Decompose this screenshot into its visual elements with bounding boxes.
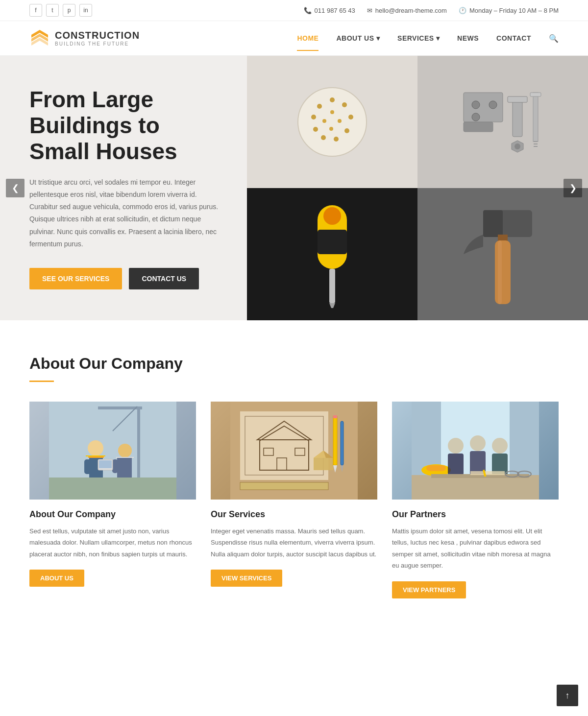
phone-info: 📞 011 987 65 43 [304,7,355,14]
card-about-text: Sed est tellus, vulputate sit amet justo… [29,525,196,560]
instagram-icon[interactable]: in [79,4,92,17]
clock-icon: 🕐 [459,7,466,14]
hero-image-screwdriver [247,188,417,320]
svg-point-83 [470,435,486,451]
hours-info: 🕐 Monday – Friday 10 AM – 8 PM [459,7,559,14]
hero-image-screws [247,56,417,188]
card-services: Our Services Integer eget venenatis mass… [211,402,377,598]
svg-point-81 [448,438,464,453]
svg-rect-23 [508,96,527,102]
about-section: About Our Company [0,320,588,633]
svg-point-20 [489,101,497,109]
workers-illustration [49,402,176,500]
screwdriver-illustration [303,200,362,308]
svg-point-6 [348,115,353,119]
twitter-icon[interactable]: t [46,4,59,17]
logo-text: CONSTRUCTION BUILDING THE FUTURE [55,30,140,47]
business-hours: Monday – Friday 10 AM – 8 PM [469,7,559,14]
chevron-right-icon: ❯ [569,183,577,193]
contact-us-button[interactable]: Contact Us [129,268,199,289]
svg-point-12 [317,104,322,109]
svg-point-4 [330,97,335,102]
top-bar: f t p in 📞 011 987 65 43 ✉ hello@dream-t… [0,0,588,21]
svg-rect-70 [240,482,328,490]
card-services-image [211,402,377,500]
svg-point-33 [323,207,341,225]
facebook-icon[interactable]: f [29,4,42,17]
search-icon[interactable]: 🔍 [549,34,559,43]
svg-point-5 [342,102,347,107]
nav-about[interactable]: ABOUT US ▾ [336,34,380,42]
card-partners-image [392,402,559,500]
email-address: hello@dream-theme.com [375,7,447,14]
logo[interactable]: CONSTRUCTION BUILDING THE FUTURE [29,28,140,48]
svg-point-25 [514,143,520,149]
hero-title: From Large Buildings to Small Houses [29,87,225,165]
view-partners-button[interactable]: View Partners [392,581,466,598]
svg-rect-39 [495,240,511,304]
svg-rect-17 [464,93,503,122]
svg-point-14 [338,119,342,123]
svg-marker-35 [329,303,335,308]
logo-icon [29,28,50,48]
phone-icon: 📞 [304,7,312,14]
about-title: About Our Company [29,355,559,373]
svg-rect-42 [137,406,140,485]
svg-rect-32 [318,230,347,254]
main-nav: HOME ABOUT US ▾ SERVICES ▾ NEWS CONTACT … [297,34,559,43]
email-info: ✉ hello@dream-theme.com [367,7,447,14]
svg-point-10 [313,127,318,132]
blueprint-illustration [230,402,358,500]
svg-point-19 [472,101,480,109]
phone-number: 011 987 65 43 [315,7,355,14]
nav-contact[interactable]: CONTACT [496,34,531,42]
svg-rect-73 [333,415,337,418]
hero-next-button[interactable]: ❯ [564,179,582,197]
nav-news[interactable]: NEWS [457,34,479,42]
nav-home[interactable]: HOME [297,34,318,42]
hero-section: ❮ From Large Buildings to Small Houses U… [0,56,588,320]
svg-rect-55 [112,459,118,473]
svg-point-11 [311,115,316,119]
svg-rect-48 [88,456,104,458]
card-partners-title: Our Partners [392,509,559,520]
hero-content: From Large Buildings to Small Houses Ut … [0,57,255,319]
svg-rect-18 [464,122,493,132]
screws-illustration [288,78,376,166]
hero-buttons: See Our Services Contact Us [29,268,225,289]
svg-rect-53 [116,457,134,458]
partners-illustration [412,402,539,500]
see-services-button[interactable]: See Our Services [29,268,122,289]
nav-services[interactable]: SERVICES ▾ [397,34,440,42]
hero-image-metal [417,56,588,188]
card-partners-text: Mattis ipsum dolor sit amet, vesena tomo… [392,525,559,572]
svg-rect-27 [530,93,541,96]
svg-point-85 [492,438,508,453]
svg-rect-34 [329,269,335,303]
svg-rect-82 [448,453,464,475]
svg-point-7 [344,128,349,133]
about-us-button[interactable]: About Us [29,570,84,587]
cards-grid: About Our Company Sed est tellus, vulput… [29,402,559,598]
card-services-title: Our Services [211,509,377,520]
pinterest-icon[interactable]: p [63,4,75,17]
logo-title: CONSTRUCTION [55,30,140,41]
card-partners: Our Partners Mattis ipsum dolor sit amet… [392,402,559,598]
view-services-button[interactable]: View Services [211,570,282,587]
svg-point-8 [334,137,339,142]
hammer-illustration [454,200,552,308]
svg-rect-22 [513,97,522,137]
email-icon: ✉ [367,7,372,14]
svg-rect-91 [470,471,505,475]
svg-point-21 [472,113,480,121]
svg-rect-47 [86,455,105,456]
contact-info: 📞 011 987 65 43 ✉ hello@dream-theme.com … [304,7,559,14]
card-about-title: About Our Company [29,509,196,520]
svg-rect-58 [99,460,112,468]
hero-prev-button[interactable]: ❮ [6,179,24,197]
card-about-image [29,402,196,500]
svg-point-16 [322,119,326,123]
metal-illustration [454,83,552,161]
svg-rect-26 [533,93,538,142]
svg-point-9 [321,135,326,140]
